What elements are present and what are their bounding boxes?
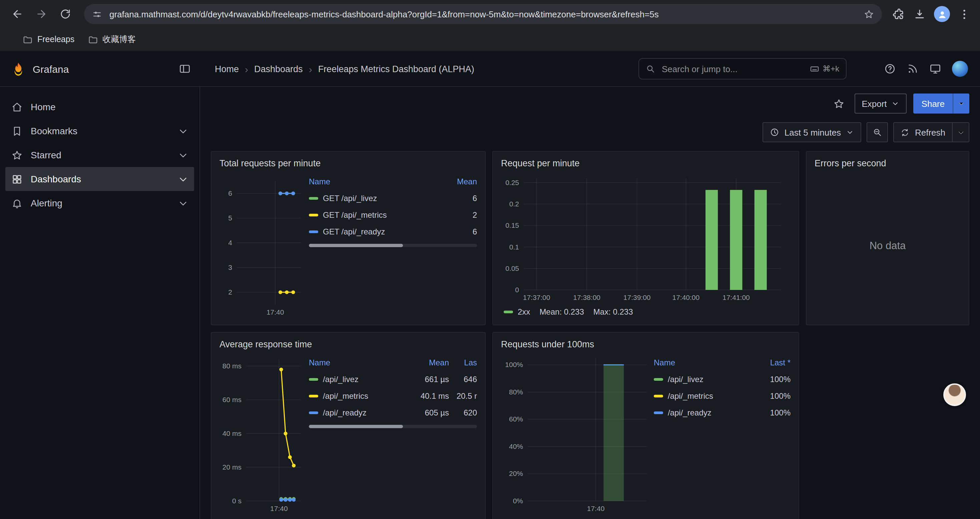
- display-icon[interactable]: [929, 63, 941, 75]
- browser-menu-icon[interactable]: [958, 8, 970, 21]
- scrollbar-thumb[interactable]: [309, 244, 403, 247]
- search-input[interactable]: [660, 63, 805, 75]
- panel-average-response-time[interactable]: Average response time 80 ms60 ms40 ms20 …: [211, 332, 486, 519]
- favorite-dashboard-button[interactable]: [830, 95, 848, 112]
- svg-text:17:39:00: 17:39:00: [624, 294, 651, 301]
- panel-title[interactable]: Errors per second: [815, 156, 961, 172]
- zoom-out-time-button[interactable]: [867, 122, 888, 142]
- panel-title[interactable]: Requests under 100ms: [501, 337, 791, 353]
- svg-text:0%: 0%: [513, 497, 523, 505]
- scrollbar-thumb[interactable]: [309, 425, 403, 428]
- bookmark-label: 收藏博客: [102, 34, 136, 45]
- forward-button[interactable]: [31, 3, 52, 25]
- folder-icon: [23, 34, 33, 45]
- share-button[interactable]: Share: [914, 94, 969, 113]
- share-label[interactable]: Share: [914, 94, 953, 113]
- series-color-dash: [654, 411, 663, 414]
- svg-text:5: 5: [228, 214, 232, 222]
- legend-header-last[interactable]: Las: [449, 358, 477, 367]
- legend-header-name[interactable]: Name: [309, 177, 440, 186]
- url-bar[interactable]: [84, 4, 882, 24]
- sidebar-item-label: Dashboards: [31, 174, 81, 184]
- legend-table: Name Mean GET /api/_livez 6 GET /api/_me…: [309, 172, 477, 247]
- refresh-interval-toggle[interactable]: [952, 123, 969, 142]
- legend-header-name[interactable]: Name: [309, 358, 412, 367]
- sidebar-item-bookmarks[interactable]: Bookmarks: [5, 119, 194, 143]
- panel-title[interactable]: Request per minute: [501, 156, 791, 172]
- legend-max: Max: 0.233: [593, 307, 633, 316]
- series-color-dash: [309, 213, 318, 216]
- share-menu-toggle[interactable]: [953, 94, 969, 113]
- news-rss-icon[interactable]: [907, 63, 919, 75]
- svg-text:60%: 60%: [509, 415, 523, 423]
- svg-text:80%: 80%: [509, 388, 523, 396]
- svg-text:17:38:00: 17:38:00: [573, 294, 600, 301]
- series-last: 100%: [753, 391, 791, 401]
- legend-header-last[interactable]: Last *: [753, 358, 791, 367]
- refresh-button[interactable]: Refresh: [894, 122, 969, 142]
- downloads-icon[interactable]: [913, 8, 926, 21]
- dashboard-actions-row: Export Share: [200, 92, 980, 115]
- legend-scrollbar[interactable]: [309, 244, 477, 247]
- panel-title[interactable]: Total requests per minute: [220, 156, 477, 172]
- user-avatar[interactable]: [952, 61, 968, 77]
- url-input[interactable]: [108, 8, 858, 20]
- grafana-topbar: Grafana Home › Dashboards › Freeleaps Me…: [0, 51, 980, 87]
- svg-text:17:40: 17:40: [267, 308, 284, 316]
- help-icon[interactable]: [884, 63, 896, 75]
- back-button[interactable]: [7, 3, 28, 25]
- sidebar-item-dashboards[interactable]: Dashboards: [5, 167, 194, 191]
- breadcrumb-current[interactable]: Freeleaps Metrics Dashboard (ALPHA): [318, 64, 474, 74]
- refresh-label: Refresh: [915, 127, 945, 137]
- grafana-body: Home Bookmarks Starred: [0, 87, 980, 519]
- legend-table: Name Mean Las /api/_livez 661 µs 646 /ap…: [309, 353, 477, 428]
- legend-header-mean[interactable]: Mean: [412, 358, 449, 367]
- sidebar-item-home[interactable]: Home: [5, 95, 194, 119]
- legend-row: /api/_readyz 605 µs 620: [309, 404, 477, 421]
- legend-row: GET /api/_metrics 2: [309, 206, 477, 223]
- panel-requests-under-100ms[interactable]: Requests under 100ms 100%80%60%40%20%0%1…: [492, 332, 799, 519]
- panel-total-requests[interactable]: Total requests per minute 6543217:40 Nam…: [211, 151, 486, 325]
- sidebar-toggle-icon[interactable]: [179, 63, 191, 75]
- breadcrumb-dashboards[interactable]: Dashboards: [254, 64, 303, 74]
- breadcrumb-separator: ›: [245, 63, 248, 75]
- panel-title[interactable]: Average response time: [220, 337, 477, 353]
- browser-profile-avatar[interactable]: [934, 6, 950, 22]
- refresh-main[interactable]: Refresh: [894, 123, 952, 142]
- legend-row: /api/_metrics 100%: [654, 387, 791, 404]
- breadcrumb-home[interactable]: Home: [215, 64, 239, 74]
- reload-button[interactable]: [55, 3, 76, 25]
- svg-text:17:37:00: 17:37:00: [523, 294, 550, 301]
- chevron-down-icon[interactable]: [177, 125, 189, 137]
- legend-row: /api/_livez 100%: [654, 371, 791, 387]
- sidebar-item-alerting[interactable]: Alerting: [5, 191, 194, 215]
- time-range-picker[interactable]: Last 5 minutes: [762, 122, 862, 142]
- panel-request-per-minute[interactable]: Request per minute 0.250.20.150.10.05017…: [492, 151, 799, 325]
- bookmark-folder-freeleaps[interactable]: Freeleaps: [23, 34, 75, 45]
- bookmark-star-icon[interactable]: [864, 9, 874, 19]
- legend-scrollbar[interactable]: [309, 425, 477, 428]
- breadcrumb-separator: ›: [309, 63, 312, 75]
- legend-header-mean[interactable]: Mean: [440, 177, 477, 186]
- legend-header-name[interactable]: Name: [654, 358, 753, 367]
- svg-text:17:40: 17:40: [587, 505, 605, 512]
- panel-errors-per-second[interactable]: Errors per second No data: [806, 151, 969, 325]
- export-label: Export: [862, 99, 886, 109]
- time-controls-row: Last 5 minutes Refresh: [200, 121, 980, 143]
- svg-text:80 ms: 80 ms: [223, 362, 242, 370]
- legend-series-2xx[interactable]: 2xx: [504, 307, 530, 316]
- grafana-logo-icon[interactable]: [11, 61, 26, 77]
- assistant-avatar[interactable]: [943, 383, 966, 406]
- export-button[interactable]: Export: [854, 94, 907, 113]
- bookmark-folder-blogs[interactable]: 收藏博客: [88, 34, 136, 45]
- chevron-down-icon[interactable]: [177, 173, 189, 185]
- extensions-icon[interactable]: [892, 8, 905, 21]
- sidebar-item-starred[interactable]: Starred: [5, 143, 194, 167]
- chevron-down-icon[interactable]: [177, 197, 189, 209]
- dashboard-content: Export Share Last 5 minu: [200, 87, 980, 519]
- site-settings-icon[interactable]: [92, 9, 102, 19]
- series-last: 20.5 r: [449, 391, 477, 401]
- search-box[interactable]: ⌘+k: [638, 58, 846, 80]
- chevron-down-icon[interactable]: [177, 149, 189, 161]
- svg-text:0.25: 0.25: [505, 179, 519, 186]
